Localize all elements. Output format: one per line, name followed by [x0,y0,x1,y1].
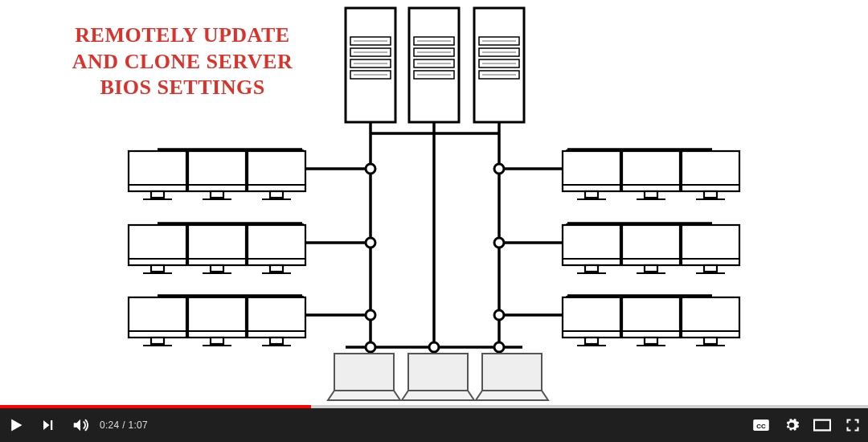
theater-icon [813,419,831,432]
play-icon [8,417,24,433]
svg-point-52 [429,342,439,352]
svg-point-49 [494,164,504,174]
captions-icon: CC [752,419,770,432]
settings-button[interactable] [776,408,807,442]
theater-mode-button[interactable] [807,408,837,442]
svg-point-51 [494,310,504,320]
captions-button[interactable]: CC [746,408,776,442]
next-button[interactable] [32,408,64,442]
network-diagram [0,0,868,405]
time-display: 0:24 / 1:07 [100,419,148,431]
volume-icon [72,416,89,434]
svg-point-48 [366,310,375,320]
time-separator: / [120,419,129,431]
next-icon [41,418,55,432]
current-time: 0:24 [100,419,120,431]
duration: 1:07 [128,419,148,431]
play-button[interactable] [0,408,32,442]
svg-point-46 [366,164,375,174]
svg-rect-57 [814,420,830,431]
video-controls: 0:24 / 1:07 CC [0,408,868,442]
svg-point-53 [366,342,375,352]
svg-point-50 [494,238,504,248]
svg-text:CC: CC [756,423,766,430]
svg-point-47 [366,238,375,248]
gear-icon [784,417,800,433]
fullscreen-button[interactable] [837,408,868,442]
video-frame[interactable]: REMOTELY UPDATE AND CLONE SERVER BIOS SE… [0,0,868,405]
volume-button[interactable] [64,408,96,442]
fullscreen-icon [845,417,861,433]
svg-point-54 [494,342,504,352]
